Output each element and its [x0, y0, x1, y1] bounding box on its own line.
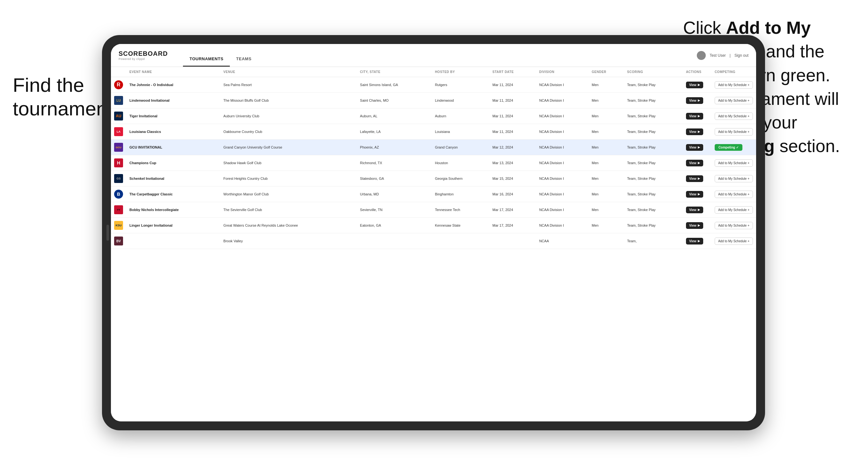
- table-row: AUTiger InvitationalAuburn University Cl…: [111, 108, 756, 124]
- venue-cell: Auburn University Club: [220, 108, 357, 124]
- team-logo: KSU: [114, 221, 123, 230]
- scoring-cell: Team, Stroke Play: [624, 108, 683, 124]
- start-date-cell: [489, 234, 536, 249]
- gender-cell: Men: [588, 171, 624, 186]
- add-to-schedule-button[interactable]: Add to My Schedule +: [715, 222, 753, 229]
- event-name: Bobby Nichols Intercollegiate: [129, 208, 179, 212]
- team-logo-cell: AU: [111, 108, 126, 124]
- competing-cell: Add to My Schedule +: [712, 218, 756, 234]
- hosted-by-cell: [432, 234, 489, 249]
- hosted-by-cell: Lindenwood: [432, 93, 489, 108]
- add-to-schedule-button[interactable]: Add to My Schedule +: [715, 191, 753, 198]
- competing-cell: Add to My Schedule +: [712, 186, 756, 202]
- venue-cell: Oakbourne Country Club: [220, 124, 357, 139]
- col-logo: [111, 67, 126, 77]
- tab-tournaments[interactable]: TOURNAMENTS: [183, 56, 229, 67]
- competing-cell: Add to My Schedule +: [712, 124, 756, 139]
- team-logo-cell: R: [111, 77, 126, 93]
- add-to-schedule-button[interactable]: Add to My Schedule +: [715, 238, 753, 245]
- scoring-cell: Team, Stroke Play: [624, 155, 683, 171]
- division-cell: NCAA Division I: [536, 171, 588, 186]
- team-logo-cell: GCU: [111, 139, 126, 155]
- team-logo: LU: [114, 96, 123, 105]
- table-header-row: EVENT NAME VENUE CITY, STATE HOSTED BY S…: [111, 67, 756, 77]
- competing-cell: Add to My Schedule +: [712, 77, 756, 93]
- add-to-schedule-button[interactable]: Add to My Schedule +: [715, 97, 753, 104]
- team-logo-cell: BV: [111, 234, 126, 249]
- col-hosted-by: HOSTED BY: [432, 67, 489, 77]
- team-logo-cell: LA: [111, 124, 126, 139]
- competing-cell: Competing ✓: [712, 139, 756, 155]
- tablet-screen: SCOREBOARD Powered by clippd TOURNAMENTS…: [111, 44, 756, 422]
- event-name: Schenkel Invitational: [129, 177, 164, 180]
- competing-button[interactable]: Competing ✓: [715, 144, 742, 151]
- table-row: BVBrook ValleyNCAATeam,View ▶Add to My S…: [111, 234, 756, 249]
- view-button[interactable]: View ▶: [686, 175, 704, 182]
- team-logo-cell: KSU: [111, 218, 126, 234]
- view-button[interactable]: View ▶: [686, 82, 704, 88]
- team-logo: H: [114, 158, 123, 167]
- nav-tabs: TOURNAMENTS TEAMS: [183, 44, 257, 67]
- gender-cell: Men: [588, 202, 624, 218]
- event-name-cell: Louisiana Classics: [126, 124, 220, 139]
- event-name: Linger Longer Invitational: [129, 223, 173, 227]
- event-name-cell: [126, 234, 220, 249]
- division-cell: NCAA Division I: [536, 155, 588, 171]
- hosted-by-cell: Louisiana: [432, 124, 489, 139]
- add-to-schedule-button[interactable]: Add to My Schedule +: [715, 206, 753, 214]
- team-logo: GS: [114, 174, 123, 183]
- scoring-cell: Team, Stroke Play: [624, 77, 683, 93]
- tablet-side-button: [106, 225, 109, 241]
- hosted-by-cell: Grand Canyon: [432, 139, 489, 155]
- start-date-cell: Mar 15, 2024: [489, 171, 536, 186]
- event-name-cell: The Johnnie - O Individual: [126, 77, 220, 93]
- logo-text: SCOREBOARD: [119, 50, 168, 57]
- start-date-cell: Mar 11, 2024: [489, 108, 536, 124]
- start-date-cell: Mar 12, 2024: [489, 139, 536, 155]
- city-state-cell: Eatonton, GA: [357, 218, 432, 234]
- tab-teams[interactable]: TEAMS: [230, 56, 258, 67]
- add-to-schedule-button[interactable]: Add to My Schedule +: [715, 113, 753, 120]
- view-button[interactable]: View ▶: [686, 160, 704, 166]
- hosted-by-cell: Kennesaw State: [432, 218, 489, 234]
- venue-cell: Great Waters Course At Reynolds Lake Oco…: [220, 218, 357, 234]
- view-button[interactable]: View ▶: [686, 222, 704, 229]
- competing-cell: Add to My Schedule +: [712, 202, 756, 218]
- competing-cell: Add to My Schedule +: [712, 234, 756, 249]
- team-logo: R: [114, 80, 123, 89]
- start-date-cell: Mar 17, 2024: [489, 218, 536, 234]
- add-to-schedule-button[interactable]: Add to My Schedule +: [715, 175, 753, 182]
- col-event-name: EVENT NAME: [126, 67, 220, 77]
- start-date-cell: Mar 13, 2024: [489, 155, 536, 171]
- event-name-cell: Bobby Nichols Intercollegiate: [126, 202, 220, 218]
- col-scoring: SCORING: [624, 67, 683, 77]
- add-to-schedule-button[interactable]: Add to My Schedule +: [715, 81, 753, 89]
- division-cell: NCAA Division I: [536, 124, 588, 139]
- view-button[interactable]: View ▶: [686, 207, 704, 213]
- col-venue: VENUE: [220, 67, 357, 77]
- add-to-schedule-button[interactable]: Add to My Schedule +: [715, 128, 753, 135]
- signout-link[interactable]: Sign out: [735, 53, 748, 58]
- view-button[interactable]: View ▶: [686, 238, 704, 245]
- view-button[interactable]: View ▶: [686, 113, 704, 120]
- table-row: TTBobby Nichols IntercollegiateThe Sevie…: [111, 202, 756, 218]
- venue-cell: Shadow Hawk Golf Club: [220, 155, 357, 171]
- table-row: HChampions CupShadow Hawk Golf ClubRichm…: [111, 155, 756, 171]
- venue-cell: Forest Heights Country Club: [220, 171, 357, 186]
- view-button[interactable]: View ▶: [686, 128, 704, 135]
- scoring-cell: Team, Stroke Play: [624, 202, 683, 218]
- start-date-cell: Mar 11, 2024: [489, 93, 536, 108]
- gender-cell: Men: [588, 155, 624, 171]
- view-button[interactable]: View ▶: [686, 97, 704, 104]
- event-name-cell: Champions Cup: [126, 155, 220, 171]
- scoring-cell: Team,: [624, 234, 683, 249]
- hosted-by-cell: Tennessee Tech: [432, 202, 489, 218]
- venue-cell: Sea Palms Resort: [220, 77, 357, 93]
- view-button[interactable]: View ▶: [686, 191, 704, 198]
- view-button[interactable]: View ▶: [686, 144, 704, 151]
- event-name-cell: Tiger Invitational: [126, 108, 220, 124]
- table-row: GSSchenkel InvitationalForest Heights Co…: [111, 171, 756, 186]
- add-to-schedule-button[interactable]: Add to My Schedule +: [715, 159, 753, 167]
- event-name-cell: The Carpetbagger Classic: [126, 186, 220, 202]
- competing-cell: Add to My Schedule +: [712, 155, 756, 171]
